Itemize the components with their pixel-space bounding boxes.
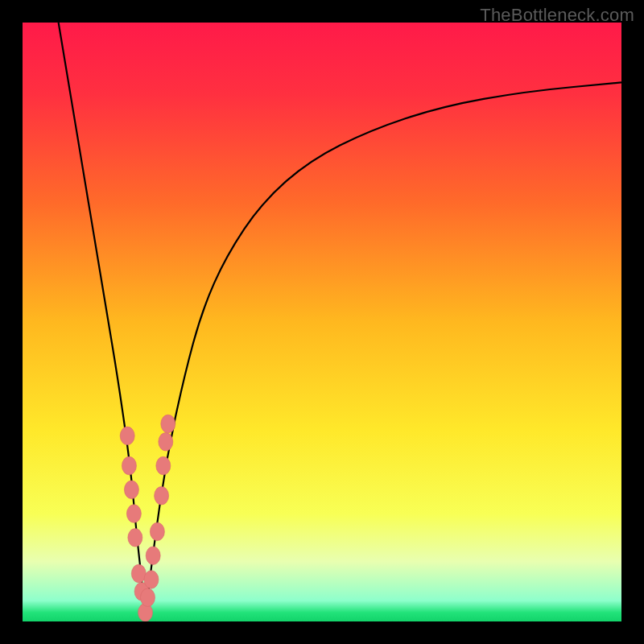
gradient-background <box>23 23 621 621</box>
data-marker <box>126 505 141 523</box>
plot-area <box>23 23 621 621</box>
attribution-text: TheBottleneck.com <box>480 5 634 26</box>
data-marker <box>155 487 169 506</box>
data-marker <box>122 456 136 475</box>
data-marker <box>128 529 142 547</box>
bottleneck-chart <box>23 23 621 621</box>
data-marker <box>159 433 173 452</box>
data-marker <box>144 571 159 589</box>
data-marker <box>120 427 134 445</box>
data-marker <box>124 481 138 499</box>
data-marker <box>161 415 175 433</box>
data-marker <box>150 522 164 541</box>
data-marker <box>140 588 155 607</box>
data-marker <box>156 456 171 475</box>
chart-frame: TheBottleneck.com <box>0 0 644 644</box>
data-marker <box>131 564 146 583</box>
data-marker <box>146 547 160 565</box>
